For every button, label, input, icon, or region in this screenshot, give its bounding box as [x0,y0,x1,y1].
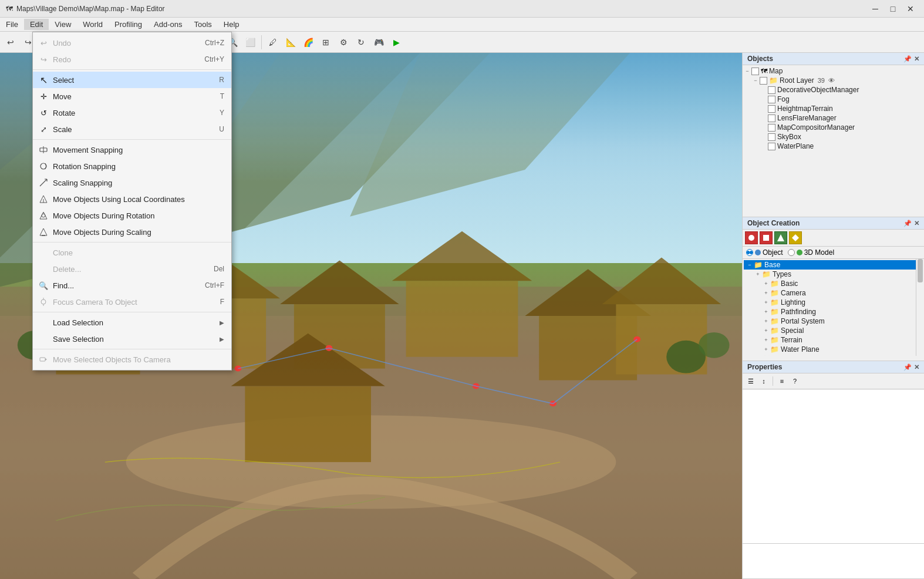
tree-checkbox-fog[interactable] [768,96,775,103]
tree-item-map[interactable]: − 🗺 Map [744,66,923,76]
tree-checkbox-map[interactable] [751,68,759,75]
menu-item-move-rotation[interactable]: Move Objects During Rotation [33,207,231,224]
tb-undo[interactable]: ↩ [2,34,19,51]
expand-pathfinding: + [763,309,770,315]
rot-snap-label: Rotation Snapping [53,162,224,171]
creation-btn-red1[interactable] [745,231,758,244]
redo-label: Redo [53,55,200,64]
menu-item-move-to-cam[interactable]: Move Selected Objects To Camera [33,351,231,368]
menu-profiling[interactable]: Profiling [109,19,148,30]
menu-item-save-selection[interactable]: Save Selection ▶ [33,331,231,347]
creation-panel-close[interactable]: ✕ [914,220,919,227]
creation-btn-red2[interactable] [760,231,773,244]
tb-frame[interactable]: ⬜ [242,34,258,51]
tb-measure[interactable]: 📐 [282,34,299,51]
menu-item-find[interactable]: 🔍 Find... Ctrl+F [33,277,231,294]
select-label: Select [53,76,214,85]
tree-item-camera[interactable]: + 📁 Camera [744,288,923,298]
tree-eye-rl[interactable]: 👁 [828,77,835,84]
tree-item-waterplane2[interactable]: + 📁 Water Plane [744,345,923,354]
tree-item-heightmap[interactable]: HeightmapTerrain [744,104,923,113]
tree-item-skybox[interactable]: SkyBox [744,132,923,142]
tree-checkbox-hm[interactable] [768,105,775,113]
tree-item-fog[interactable]: Fog [744,95,923,104]
tree-item-waterplane[interactable]: WaterPlane [744,142,923,151]
objects-panel-pin[interactable]: 📌 [903,55,912,63]
menu-tools[interactable]: Tools [188,19,217,30]
tree-checkbox-lf[interactable] [768,115,775,122]
tb-grid[interactable]: ⊞ [318,34,334,51]
menu-item-move-scaling[interactable]: Move Objects During Scaling [33,224,231,240]
menu-item-rotate[interactable]: ↺ Rotate Y [33,105,231,121]
tree-item-pathfinding[interactable]: + 📁 Pathfinding [744,307,923,317]
tree-checkbox-dec[interactable] [768,86,775,94]
menu-item-scale[interactable]: ⤢ Scale U [33,121,231,137]
menu-item-focus[interactable]: Focus Camera To Object F [33,294,231,310]
objects-panel-title: Objects [747,55,773,63]
menu-help[interactable]: Help [218,19,245,30]
menu-edit[interactable]: Edit [24,19,49,30]
menu-item-redo[interactable]: ↪ Redo Ctrl+Y [33,51,231,68]
expand-icon-lf [760,115,767,121]
menu-item-scaling-snapping[interactable]: Scaling Snapping [33,174,231,191]
svg-marker-19 [602,257,721,304]
tree-item-types[interactable]: + 📁 Types [744,270,923,279]
creation-tree[interactable]: − 📁 Base + 📁 Types + 📁 Basic [743,259,924,356]
prop-sort-btn[interactable]: ↕ [758,375,770,387]
tree-checkbox-wp[interactable] [768,143,775,150]
menu-world[interactable]: World [77,19,109,30]
close-button[interactable]: ✕ [903,1,918,16]
menu-item-movement-snapping[interactable]: Movement Snapping [33,142,231,158]
properties-panel-pin[interactable]: 📌 [903,363,912,371]
tb-color[interactable]: 🌈 [300,34,316,51]
objects-panel: Objects 📌 ✕ − 🗺 Map − 📁 [743,53,924,217]
prop-detail-btn[interactable]: ≡ [776,375,788,387]
tb-game[interactable]: 🎮 [370,34,387,51]
tree-checkbox-rl[interactable] [760,77,767,85]
menu-file[interactable]: File [0,19,24,30]
tree-item-rootlayer[interactable]: − 📁 Root Layer 39 👁 [744,76,923,85]
menu-item-move[interactable]: ✛ Move T [33,88,231,105]
tree-item-base[interactable]: − 📁 Base [744,260,923,270]
menu-item-select[interactable]: ↖ Select R [33,72,231,88]
find-shortcut: Ctrl+F [205,281,224,290]
creation-btn-yellow[interactable] [789,231,802,244]
menu-view[interactable]: View [49,19,77,30]
tree-checkbox-cm[interactable] [768,124,775,132]
maximize-button[interactable]: □ [885,1,901,16]
tree-checkbox-sb[interactable] [768,133,775,141]
menu-item-load-selection[interactable]: Load Selection ▶ [33,314,231,331]
tb-settings[interactable]: ⚙ [335,34,352,51]
type-option-3dmodel[interactable]: 3D Model [788,248,834,257]
tree-item-terrain[interactable]: + 📁 Terrain [744,335,923,345]
prop-help-btn[interactable]: ? [789,375,801,387]
tree-item-decorative[interactable]: DecorativeObjectManager [744,85,923,95]
objects-tree[interactable]: − 🗺 Map − 📁 Root Layer 39 👁 [743,65,924,216]
creation-btn-green[interactable] [774,231,787,244]
tree-item-special[interactable]: + 📁 Special [744,326,923,335]
tree-item-maps[interactable]: + 📁 Maps [744,354,923,356]
tree-item-compositor[interactable]: MapCompositorManager [744,123,923,132]
menu-item-undo[interactable]: ↩ Undo Ctrl+Z [33,35,231,51]
tb-paint[interactable]: 🖊 [265,34,281,51]
tb-refresh[interactable]: ↻ [353,34,369,51]
minimize-button[interactable]: ─ [868,1,883,16]
creation-scrollbar[interactable] [916,259,924,356]
toolbar-separator-3 [261,35,262,49]
menu-item-rotation-snapping[interactable]: Rotation Snapping [33,158,231,174]
tree-item-portal[interactable]: + 📁 Portal System [744,317,923,326]
tree-item-lighting[interactable]: + 📁 Lighting [744,298,923,307]
tb-play[interactable]: ▶ [388,34,404,51]
menu-item-local-coords[interactable]: Move Objects Using Local Coordinates [33,191,231,207]
type-option-object[interactable]: Object [746,248,783,257]
delete-label: Delete... [53,265,209,274]
tree-item-basic[interactable]: + 📁 Basic [744,279,923,288]
objects-panel-close[interactable]: ✕ [914,55,919,63]
menu-item-delete[interactable]: Delete... Del [33,261,231,277]
menu-addons[interactable]: Add-ons [148,19,188,30]
properties-panel-close[interactable]: ✕ [914,363,919,371]
menu-item-clone[interactable]: Clone [33,244,231,261]
tree-item-lensflare[interactable]: LensFlareManager [744,113,923,123]
prop-list-btn[interactable]: ☰ [745,375,757,387]
creation-panel-pin[interactable]: 📌 [903,220,912,227]
